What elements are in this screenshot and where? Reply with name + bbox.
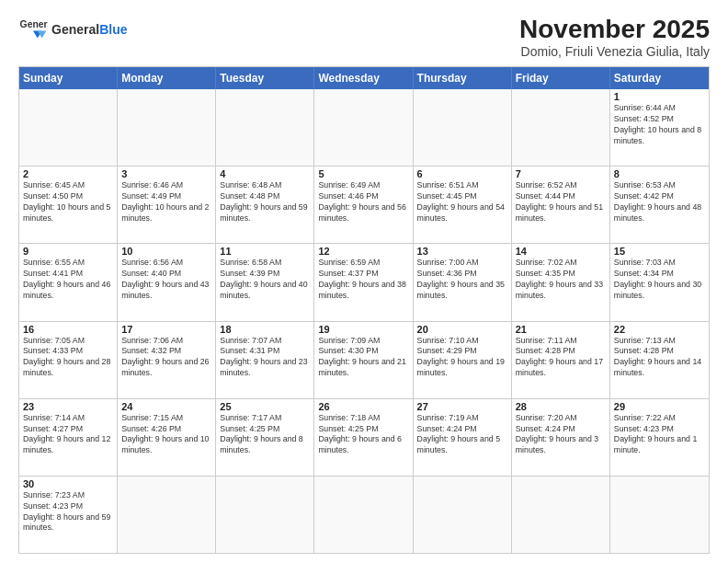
- cal-cell-w3-d2: 18Sunrise: 7:07 AM Sunset: 4:31 PM Dayli…: [216, 322, 314, 398]
- day-number-3: 3: [121, 168, 211, 179]
- week-row-0: 1Sunrise: 6:44 AM Sunset: 4:52 PM Daylig…: [19, 89, 709, 166]
- cal-cell-w3-d1: 17Sunrise: 7:06 AM Sunset: 4:32 PM Dayli…: [118, 322, 216, 398]
- day-info-24: Sunrise: 7:15 AM Sunset: 4:26 PM Dayligh…: [121, 413, 211, 457]
- day-number-25: 25: [220, 401, 310, 412]
- header-thursday: Thursday: [414, 67, 512, 89]
- cal-cell-w3-d6: 22Sunrise: 7:13 AM Sunset: 4:28 PM Dayli…: [610, 322, 709, 398]
- day-number-22: 22: [614, 324, 705, 335]
- cal-cell-w0-d5: [512, 89, 610, 166]
- cal-cell-w4-d5: 28Sunrise: 7:20 AM Sunset: 4:24 PM Dayli…: [512, 399, 610, 476]
- day-info-17: Sunrise: 7:06 AM Sunset: 4:32 PM Dayligh…: [121, 336, 211, 380]
- cal-cell-w5-d2: [216, 477, 314, 553]
- week-row-4: 23Sunrise: 7:14 AM Sunset: 4:27 PM Dayli…: [19, 398, 709, 476]
- day-number-26: 26: [318, 401, 408, 412]
- day-number-6: 6: [417, 168, 507, 179]
- day-info-30: Sunrise: 7:23 AM Sunset: 4:23 PM Dayligh…: [23, 490, 113, 534]
- cal-cell-w2-d6: 15Sunrise: 7:03 AM Sunset: 4:34 PM Dayli…: [610, 244, 709, 320]
- header-monday: Monday: [118, 67, 216, 89]
- cal-cell-w0-d1: [118, 89, 216, 166]
- cal-cell-w0-d6: 1Sunrise: 6:44 AM Sunset: 4:52 PM Daylig…: [610, 89, 709, 166]
- week-row-3: 16Sunrise: 7:05 AM Sunset: 4:33 PM Dayli…: [19, 321, 709, 398]
- cal-cell-w5-d1: [118, 477, 216, 553]
- cal-cell-w2-d3: 12Sunrise: 6:59 AM Sunset: 4:37 PM Dayli…: [314, 244, 413, 320]
- title-block: November 2025 Domio, Friuli Venezia Giul…: [519, 15, 710, 59]
- day-info-16: Sunrise: 7:05 AM Sunset: 4:33 PM Dayligh…: [23, 336, 113, 380]
- day-number-24: 24: [121, 401, 211, 412]
- cal-cell-w1-d2: 4Sunrise: 6:48 AM Sunset: 4:48 PM Daylig…: [216, 167, 314, 243]
- day-info-6: Sunrise: 6:51 AM Sunset: 4:45 PM Dayligh…: [417, 180, 507, 224]
- cal-cell-w5-d5: [512, 477, 610, 553]
- cal-cell-w1-d4: 6Sunrise: 6:51 AM Sunset: 4:45 PM Daylig…: [414, 167, 512, 243]
- cal-cell-w5-d6: [610, 477, 709, 553]
- day-number-19: 19: [318, 324, 408, 335]
- cal-cell-w5-d4: [414, 477, 512, 553]
- day-number-15: 15: [614, 246, 705, 257]
- cal-cell-w0-d3: [314, 89, 413, 166]
- day-info-27: Sunrise: 7:19 AM Sunset: 4:24 PM Dayligh…: [417, 413, 507, 457]
- day-info-2: Sunrise: 6:45 AM Sunset: 4:50 PM Dayligh…: [23, 180, 113, 224]
- cal-cell-w4-d0: 23Sunrise: 7:14 AM Sunset: 4:27 PM Dayli…: [19, 399, 118, 476]
- day-info-25: Sunrise: 7:17 AM Sunset: 4:25 PM Dayligh…: [220, 413, 310, 457]
- calendar-body: 1Sunrise: 6:44 AM Sunset: 4:52 PM Daylig…: [19, 89, 709, 553]
- header-saturday: Saturday: [610, 67, 709, 89]
- week-row-1: 2Sunrise: 6:45 AM Sunset: 4:50 PM Daylig…: [19, 166, 709, 243]
- day-info-22: Sunrise: 7:13 AM Sunset: 4:28 PM Dayligh…: [614, 336, 705, 380]
- cal-cell-w1-d0: 2Sunrise: 6:45 AM Sunset: 4:50 PM Daylig…: [19, 167, 118, 243]
- day-info-20: Sunrise: 7:10 AM Sunset: 4:29 PM Dayligh…: [417, 336, 507, 380]
- day-info-13: Sunrise: 7:00 AM Sunset: 4:36 PM Dayligh…: [417, 258, 507, 302]
- day-info-3: Sunrise: 6:46 AM Sunset: 4:49 PM Dayligh…: [121, 180, 211, 224]
- cal-cell-w3-d3: 19Sunrise: 7:09 AM Sunset: 4:30 PM Dayli…: [314, 322, 413, 398]
- day-info-21: Sunrise: 7:11 AM Sunset: 4:28 PM Dayligh…: [516, 336, 606, 380]
- cal-cell-w4-d2: 25Sunrise: 7:17 AM Sunset: 4:25 PM Dayli…: [216, 399, 314, 476]
- header-sunday: Sunday: [19, 67, 118, 89]
- calendar-header: Sunday Monday Tuesday Wednesday Thursday…: [19, 67, 709, 89]
- day-number-21: 21: [516, 324, 606, 335]
- day-info-4: Sunrise: 6:48 AM Sunset: 4:48 PM Dayligh…: [220, 180, 310, 224]
- day-number-11: 11: [220, 246, 310, 257]
- generalblue-logo-icon: General: [18, 15, 48, 44]
- cal-cell-w2-d1: 10Sunrise: 6:56 AM Sunset: 4:40 PM Dayli…: [118, 244, 216, 320]
- day-info-5: Sunrise: 6:49 AM Sunset: 4:46 PM Dayligh…: [318, 180, 408, 224]
- day-number-12: 12: [318, 246, 408, 257]
- day-info-8: Sunrise: 6:53 AM Sunset: 4:42 PM Dayligh…: [614, 180, 705, 224]
- logo-text: GeneralBlue: [51, 22, 127, 37]
- header-tuesday: Tuesday: [216, 67, 314, 89]
- cal-cell-w1-d3: 5Sunrise: 6:49 AM Sunset: 4:46 PM Daylig…: [314, 167, 413, 243]
- day-number-28: 28: [516, 401, 606, 412]
- day-number-5: 5: [318, 168, 408, 179]
- cal-cell-w5-d3: [314, 477, 413, 553]
- week-row-2: 9Sunrise: 6:55 AM Sunset: 4:41 PM Daylig…: [19, 243, 709, 320]
- day-info-9: Sunrise: 6:55 AM Sunset: 4:41 PM Dayligh…: [23, 258, 113, 302]
- day-number-10: 10: [121, 246, 211, 257]
- day-number-18: 18: [220, 324, 310, 335]
- week-row-5: 30Sunrise: 7:23 AM Sunset: 4:23 PM Dayli…: [19, 476, 709, 553]
- day-number-8: 8: [614, 168, 705, 179]
- cal-cell-w5-d0: 30Sunrise: 7:23 AM Sunset: 4:23 PM Dayli…: [19, 477, 118, 553]
- day-number-1: 1: [614, 91, 705, 102]
- day-info-14: Sunrise: 7:02 AM Sunset: 4:35 PM Dayligh…: [516, 258, 606, 302]
- day-number-30: 30: [23, 478, 113, 489]
- day-info-12: Sunrise: 6:59 AM Sunset: 4:37 PM Dayligh…: [318, 258, 408, 302]
- day-number-9: 9: [23, 246, 113, 257]
- header-friday: Friday: [512, 67, 610, 89]
- day-info-1: Sunrise: 6:44 AM Sunset: 4:52 PM Dayligh…: [614, 103, 705, 147]
- day-info-28: Sunrise: 7:20 AM Sunset: 4:24 PM Dayligh…: [516, 413, 606, 457]
- subtitle: Domio, Friuli Venezia Giulia, Italy: [519, 44, 710, 59]
- cal-cell-w0-d2: [216, 89, 314, 166]
- day-number-29: 29: [614, 401, 705, 412]
- day-info-26: Sunrise: 7:18 AM Sunset: 4:25 PM Dayligh…: [318, 413, 408, 457]
- day-info-10: Sunrise: 6:56 AM Sunset: 4:40 PM Dayligh…: [121, 258, 211, 302]
- cal-cell-w4-d6: 29Sunrise: 7:22 AM Sunset: 4:23 PM Dayli…: [610, 399, 709, 476]
- logo: General GeneralBlue: [18, 15, 127, 44]
- day-info-7: Sunrise: 6:52 AM Sunset: 4:44 PM Dayligh…: [516, 180, 606, 224]
- cal-cell-w2-d4: 13Sunrise: 7:00 AM Sunset: 4:36 PM Dayli…: [414, 244, 512, 320]
- day-info-19: Sunrise: 7:09 AM Sunset: 4:30 PM Dayligh…: [318, 336, 408, 380]
- cal-cell-w3-d5: 21Sunrise: 7:11 AM Sunset: 4:28 PM Dayli…: [512, 322, 610, 398]
- month-title: November 2025: [519, 15, 710, 44]
- cal-cell-w4-d4: 27Sunrise: 7:19 AM Sunset: 4:24 PM Dayli…: [414, 399, 512, 476]
- cal-cell-w3-d4: 20Sunrise: 7:10 AM Sunset: 4:29 PM Dayli…: [414, 322, 512, 398]
- cal-cell-w3-d0: 16Sunrise: 7:05 AM Sunset: 4:33 PM Dayli…: [19, 322, 118, 398]
- day-number-2: 2: [23, 168, 113, 179]
- cal-cell-w1-d1: 3Sunrise: 6:46 AM Sunset: 4:49 PM Daylig…: [118, 167, 216, 243]
- calendar: Sunday Monday Tuesday Wednesday Thursday…: [18, 66, 710, 554]
